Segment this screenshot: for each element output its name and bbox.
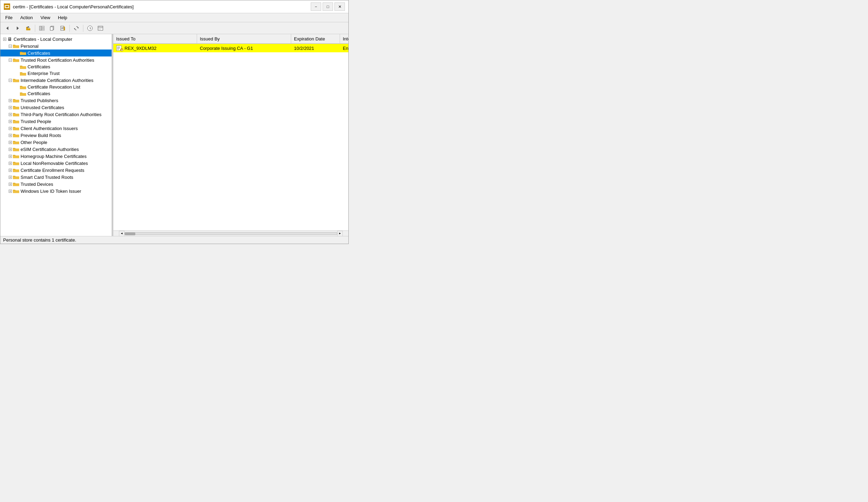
- minimize-button[interactable]: −: [311, 2, 321, 11]
- tree-intermediate-ca[interactable]: Intermediate Certification Authorities: [0, 77, 112, 84]
- tree-personal[interactable]: Personal: [0, 43, 112, 50]
- tree-untrusted-certs[interactable]: Untrusted Certificates: [0, 104, 112, 111]
- scroll-thumb[interactable]: [125, 233, 135, 235]
- close-button[interactable]: ✕: [334, 2, 345, 11]
- windows-live-expand[interactable]: [7, 188, 13, 194]
- tree-panel[interactable]: 🖥 Certificates - Local Computer Personal: [0, 34, 112, 236]
- cert-revocation-label: Certificate Revocation List: [28, 84, 80, 90]
- smart-card-label: Smart Card Trusted Roots: [21, 175, 73, 180]
- window-controls: − □ ✕: [311, 2, 345, 11]
- preview-build-folder: [13, 133, 19, 138]
- intermediate-ca-expand[interactable]: [7, 77, 13, 83]
- cert-enrollment-expand[interactable]: [7, 167, 13, 173]
- preview-build-expand[interactable]: [7, 132, 13, 138]
- tree-local-nonremovable[interactable]: Local NonRemovable Certificates: [0, 160, 112, 167]
- cell-issued-to: ★ REX_9XDLM32: [113, 44, 197, 52]
- tree-trusted-root[interactable]: Trusted Root Certification Authorities: [0, 56, 112, 63]
- scroll-track[interactable]: [124, 232, 337, 235]
- menu-file[interactable]: File: [2, 14, 15, 21]
- intermediate-ca-label: Intermediate Certification Authorities: [21, 78, 93, 83]
- content-panel: Issued To Issued By Expiration Date Inte…: [113, 34, 348, 236]
- svg-rect-28: [98, 29, 101, 29]
- root-expand-icon[interactable]: [2, 36, 7, 42]
- certs-personal-expand: [14, 50, 20, 56]
- third-party-expand[interactable]: [7, 112, 13, 117]
- horizontal-scrollbar[interactable]: ◄ ►: [113, 230, 348, 236]
- third-party-folder: [13, 112, 19, 117]
- properties-button[interactable]: [96, 24, 105, 33]
- untrusted-expand[interactable]: [7, 105, 13, 110]
- smart-card-expand[interactable]: [7, 174, 13, 180]
- cert-enrollment-label: Certificate Enrollment Requests: [21, 168, 84, 173]
- list-content[interactable]: ★ REX_9XDLM32 Corporate Issuing CA - G1 …: [113, 44, 348, 230]
- tree-trusted-publishers[interactable]: Trusted Publishers: [0, 97, 112, 104]
- trusted-people-label: Trusted People: [21, 119, 51, 124]
- other-people-label: Other People: [21, 140, 47, 145]
- scroll-right-arrow[interactable]: ►: [337, 231, 343, 236]
- cell-issued-by: Corporate Issuing CA - G1: [197, 45, 291, 52]
- intermediate-ca-folder: [13, 78, 19, 83]
- refresh-button[interactable]: [71, 24, 81, 33]
- preview-build-label: Preview Build Roots: [21, 133, 61, 138]
- export-button[interactable]: [58, 24, 68, 33]
- tree-windows-live[interactable]: Windows Live ID Token Issuer: [0, 188, 112, 195]
- local-nonremovable-expand[interactable]: [7, 160, 13, 166]
- scroll-left-arrow[interactable]: ◄: [119, 231, 124, 236]
- personal-expand-icon[interactable]: [7, 43, 13, 49]
- tree-trusted-devices[interactable]: Trusted Devices: [0, 181, 112, 188]
- copy-button[interactable]: [47, 24, 57, 33]
- issued-to-value: REX_9XDLM32: [124, 46, 157, 51]
- tree-cert-enrollment[interactable]: Certificate Enrollment Requests: [0, 167, 112, 174]
- svg-rect-27: [98, 28, 103, 28]
- trusted-root-expand[interactable]: [7, 57, 13, 63]
- forward-button[interactable]: [13, 24, 23, 33]
- untrusted-label: Untrusted Certificates: [21, 105, 64, 110]
- esim-expand[interactable]: [7, 146, 13, 152]
- main-area: 🖥 Certificates - Local Computer Personal: [0, 34, 348, 236]
- menu-help[interactable]: Help: [55, 14, 70, 21]
- col-header-issued-by[interactable]: Issued By: [197, 34, 291, 43]
- col-header-expiration[interactable]: Expiration Date: [291, 34, 340, 43]
- maximize-button[interactable]: □: [323, 2, 333, 11]
- tree-client-auth[interactable]: Client Authentication Issuers: [0, 125, 112, 132]
- client-auth-label: Client Authentication Issuers: [21, 126, 78, 131]
- menu-view[interactable]: View: [38, 14, 53, 21]
- cert-enrollment-folder: [13, 168, 19, 173]
- homegroup-label: Homegroup Machine Certificates: [21, 154, 86, 159]
- client-auth-expand[interactable]: [7, 126, 13, 131]
- up-button[interactable]: [23, 24, 33, 33]
- trusted-publishers-label: Trusted Publishers: [21, 98, 58, 103]
- tree-certs-intermediate[interactable]: Certificates: [0, 90, 112, 97]
- col-header-intended[interactable]: Intended Purposes: [340, 34, 348, 43]
- other-people-expand[interactable]: [7, 139, 13, 145]
- back-button[interactable]: [2, 24, 12, 33]
- tree-certs-trusted-root[interactable]: Certificates: [0, 63, 112, 70]
- trusted-devices-expand[interactable]: [7, 181, 13, 187]
- show-hide-button[interactable]: [37, 24, 47, 33]
- tree-smart-card[interactable]: Smart Card Trusted Roots: [0, 174, 112, 181]
- trusted-publishers-expand[interactable]: [7, 98, 13, 103]
- homegroup-expand[interactable]: [7, 153, 13, 159]
- tree-root[interactable]: 🖥 Certificates - Local Computer: [0, 36, 112, 43]
- list-header: Issued To Issued By Expiration Date Inte…: [113, 34, 348, 44]
- col-header-issued-to[interactable]: Issued To: [113, 34, 197, 43]
- trusted-people-expand[interactable]: [7, 119, 13, 124]
- tree-other-people[interactable]: Other People: [0, 139, 112, 146]
- table-row[interactable]: ★ REX_9XDLM32 Corporate Issuing CA - G1 …: [113, 44, 348, 52]
- tree-third-party-root[interactable]: Third-Party Root Certification Authoriti…: [0, 111, 112, 118]
- tree-certificates-personal[interactable]: Certificates: [0, 50, 112, 56]
- other-people-folder: [13, 140, 19, 145]
- svg-rect-26: [99, 26, 100, 27]
- tree-preview-build[interactable]: Preview Build Roots: [0, 132, 112, 139]
- tree-cert-revocation[interactable]: Certificate Revocation List: [0, 84, 112, 90]
- help-button[interactable]: ?: [85, 24, 95, 33]
- local-nonremovable-label: Local NonRemovable Certificates: [21, 161, 88, 166]
- tree-esim-cert[interactable]: eSIM Certification Authorities: [0, 146, 112, 153]
- menu-action[interactable]: Action: [17, 14, 36, 21]
- third-party-label: Third-Party Root Certification Authoriti…: [21, 112, 101, 117]
- tree-trusted-people[interactable]: Trusted People: [0, 118, 112, 125]
- trusted-devices-folder: [13, 182, 19, 187]
- tree-enterprise-trust[interactable]: Enterprise Trust: [0, 70, 112, 77]
- certs-intermediate-folder: [20, 91, 26, 96]
- tree-homegroup[interactable]: Homegroup Machine Certificates: [0, 153, 112, 160]
